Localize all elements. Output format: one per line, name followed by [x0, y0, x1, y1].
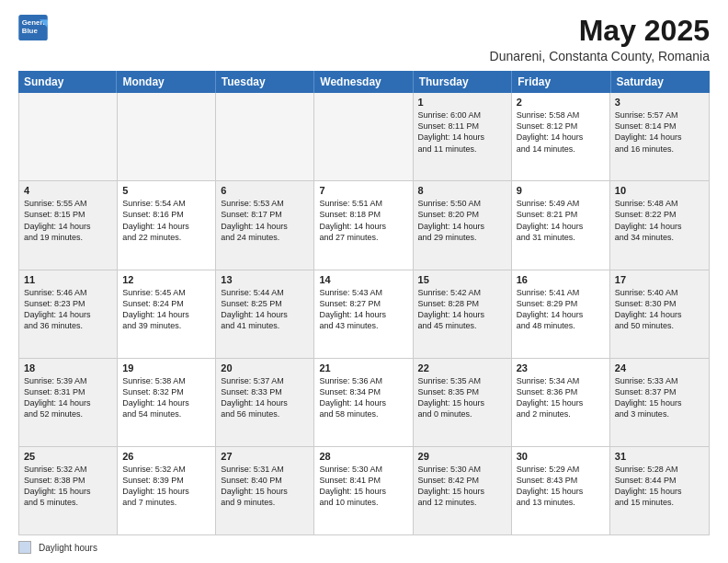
- logo-icon: General Blue: [18, 15, 48, 40]
- cell-info-line: and 12 minutes.: [418, 497, 506, 508]
- cell-info-line: Sunset: 8:20 PM: [418, 209, 506, 220]
- calendar-week: 25Sunrise: 5:32 AMSunset: 8:38 PMDayligh…: [19, 447, 709, 534]
- cell-info-line: Sunset: 8:36 PM: [517, 386, 605, 397]
- calendar-cell: 22Sunrise: 5:35 AMSunset: 8:35 PMDayligh…: [414, 359, 512, 446]
- day-number: 25: [24, 451, 112, 462]
- cell-info-line: and 31 minutes.: [517, 232, 605, 243]
- cell-info-line: Sunrise: 5:35 AM: [418, 375, 506, 386]
- calendar-header-cell: Saturday: [611, 71, 710, 93]
- calendar-cell: 14Sunrise: 5:43 AMSunset: 8:27 PMDayligh…: [314, 270, 413, 358]
- cell-info-line: Daylight: 15 hours: [319, 486, 407, 497]
- footer: Daylight hours: [18, 541, 710, 554]
- cell-info-line: Daylight: 14 hours: [517, 221, 605, 232]
- cell-info-line: Sunrise: 5:40 AM: [615, 287, 704, 298]
- cell-info-line: Sunrise: 5:30 AM: [418, 464, 506, 475]
- cell-info-line: Sunset: 8:28 PM: [418, 298, 506, 309]
- day-number: 19: [122, 362, 210, 373]
- cell-info-line: Sunrise: 5:38 AM: [122, 375, 210, 386]
- calendar-cell: 15Sunrise: 5:42 AMSunset: 8:28 PMDayligh…: [414, 270, 512, 358]
- calendar-header-cell: Sunday: [18, 71, 117, 93]
- calendar-cell: 12Sunrise: 5:45 AMSunset: 8:24 PMDayligh…: [118, 270, 216, 358]
- cell-info-line: Sunset: 8:22 PM: [615, 209, 704, 220]
- cell-info-line: and 54 minutes.: [122, 408, 210, 419]
- subtitle: Dunareni, Constanta County, Romania: [490, 49, 710, 63]
- cell-info-line: Sunset: 8:44 PM: [615, 475, 704, 486]
- calendar-cell: 25Sunrise: 5:32 AMSunset: 8:38 PMDayligh…: [19, 447, 118, 534]
- day-number: 13: [221, 274, 309, 285]
- cell-info-line: Sunrise: 5:42 AM: [418, 287, 506, 298]
- cell-info-line: Daylight: 14 hours: [24, 221, 112, 232]
- cell-info-line: and 5 minutes.: [24, 497, 112, 508]
- day-number: 15: [418, 274, 506, 285]
- calendar-cell: 19Sunrise: 5:38 AMSunset: 8:32 PMDayligh…: [118, 359, 216, 446]
- cell-info-line: Daylight: 14 hours: [24, 309, 112, 320]
- calendar-cell: 21Sunrise: 5:36 AMSunset: 8:34 PMDayligh…: [314, 359, 413, 446]
- calendar-cell: 28Sunrise: 5:30 AMSunset: 8:41 PMDayligh…: [314, 447, 413, 534]
- day-number: 14: [319, 274, 407, 285]
- page-header: General Blue May 2025 Dunareni, Constant…: [18, 15, 710, 63]
- cell-info-line: Sunset: 8:21 PM: [517, 209, 605, 220]
- cell-info-line: Sunset: 8:29 PM: [517, 298, 605, 309]
- day-number: 1: [418, 97, 506, 108]
- calendar-cell: 31Sunrise: 5:28 AMSunset: 8:44 PMDayligh…: [610, 447, 709, 534]
- cell-info-line: Daylight: 14 hours: [122, 397, 210, 408]
- cell-info-line: Daylight: 15 hours: [418, 486, 506, 497]
- calendar-header-cell: Wednesday: [314, 71, 413, 93]
- cell-info-line: Daylight: 14 hours: [122, 221, 210, 232]
- cell-info-line: Sunset: 8:31 PM: [24, 386, 112, 397]
- cell-info-line: Daylight: 15 hours: [122, 486, 210, 497]
- day-number: 22: [418, 362, 506, 373]
- calendar-cell: 16Sunrise: 5:41 AMSunset: 8:29 PMDayligh…: [512, 270, 610, 358]
- cell-info-line: Daylight: 15 hours: [418, 397, 506, 408]
- cell-info-line: Daylight: 14 hours: [221, 221, 309, 232]
- day-number: 26: [122, 451, 210, 462]
- cell-info-line: Sunrise: 5:41 AM: [517, 287, 605, 298]
- cell-info-line: Daylight: 14 hours: [615, 309, 704, 320]
- cell-info-line: and 39 minutes.: [122, 320, 210, 331]
- cell-info-line: Daylight: 14 hours: [517, 309, 605, 320]
- day-number: 9: [517, 185, 605, 196]
- cell-info-line: and 11 minutes.: [418, 144, 506, 155]
- day-number: 21: [319, 362, 407, 373]
- legend-label: Daylight hours: [39, 543, 97, 553]
- cell-info-line: and 3 minutes.: [615, 408, 704, 419]
- cell-info-line: and 48 minutes.: [517, 320, 605, 331]
- cell-info-line: and 58 minutes.: [319, 408, 407, 419]
- cell-info-line: Sunset: 8:11 PM: [418, 121, 506, 132]
- cell-info-line: and 27 minutes.: [319, 232, 407, 243]
- calendar-week: 18Sunrise: 5:39 AMSunset: 8:31 PMDayligh…: [19, 359, 709, 447]
- cell-info-line: Daylight: 14 hours: [517, 132, 605, 143]
- calendar-cell: 11Sunrise: 5:46 AMSunset: 8:23 PMDayligh…: [19, 270, 118, 358]
- calendar-cell: 13Sunrise: 5:44 AMSunset: 8:25 PMDayligh…: [216, 270, 314, 358]
- title-block: May 2025 Dunareni, Constanta County, Rom…: [490, 15, 710, 63]
- calendar-cell: 20Sunrise: 5:37 AMSunset: 8:33 PMDayligh…: [216, 359, 314, 446]
- calendar-cell: 29Sunrise: 5:30 AMSunset: 8:42 PMDayligh…: [414, 447, 512, 534]
- page: General Blue May 2025 Dunareni, Constant…: [0, 0, 728, 563]
- cell-info-line: Daylight: 14 hours: [319, 309, 407, 320]
- calendar-header-cell: Tuesday: [216, 71, 314, 93]
- day-number: 29: [418, 451, 506, 462]
- cell-info-line: and 16 minutes.: [615, 144, 704, 155]
- cell-info-line: Sunrise: 5:54 AM: [122, 198, 210, 209]
- cell-info-line: Sunrise: 5:51 AM: [319, 198, 407, 209]
- day-number: 31: [615, 451, 704, 462]
- cell-info-line: Sunset: 8:38 PM: [24, 475, 112, 486]
- cell-info-line: Sunrise: 5:55 AM: [24, 198, 112, 209]
- calendar-cell: [118, 93, 216, 180]
- cell-info-line: and 29 minutes.: [418, 232, 506, 243]
- cell-info-line: Sunrise: 5:36 AM: [319, 375, 407, 386]
- cell-info-line: Sunset: 8:25 PM: [221, 298, 309, 309]
- day-number: 6: [221, 185, 309, 196]
- cell-info-line: and 50 minutes.: [615, 320, 704, 331]
- cell-info-line: and 2 minutes.: [517, 408, 605, 419]
- day-number: 11: [24, 274, 112, 285]
- cell-info-line: Daylight: 14 hours: [24, 397, 112, 408]
- cell-info-line: and 52 minutes.: [24, 408, 112, 419]
- cell-info-line: Sunset: 8:17 PM: [221, 209, 309, 220]
- logo: General Blue: [18, 15, 48, 40]
- cell-info-line: Sunset: 8:39 PM: [122, 475, 210, 486]
- cell-info-line: and 41 minutes.: [221, 320, 309, 331]
- cell-info-line: and 14 minutes.: [517, 144, 605, 155]
- calendar-cell: 23Sunrise: 5:34 AMSunset: 8:36 PMDayligh…: [512, 359, 610, 446]
- cell-info-line: and 24 minutes.: [221, 232, 309, 243]
